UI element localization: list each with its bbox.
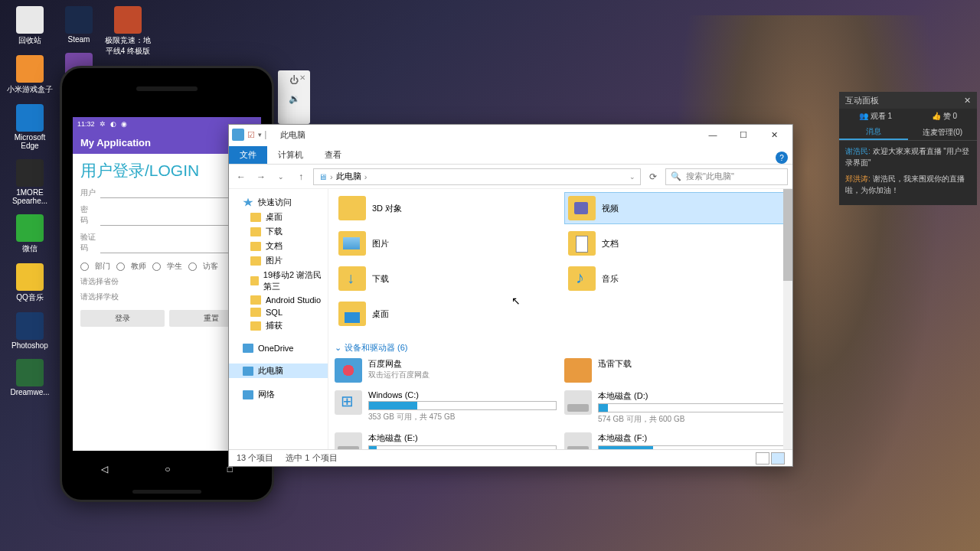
breadcrumb[interactable]: 🖥 › 此电脑 › ⌄: [313, 168, 641, 185]
explorer-window: ☑ ▾ │ 此电脑 — ☐ ✕ 文件 计算机 查看 ? ← → ⌄ ↑ 🖥 › …: [228, 124, 793, 467]
phone-time: 11:32: [77, 120, 95, 128]
desktop-icon[interactable]: Photoshop: [6, 312, 54, 350]
explorer-icon: [232, 129, 244, 141]
nav-item[interactable]: Android Studio: [229, 294, 328, 306]
nav-item[interactable]: 19移动2 谢浩民 第三: [229, 268, 328, 294]
navigation-pane: 快速访问桌面下载文档图片19移动2 谢浩民 第三Android StudioSQ…: [229, 189, 328, 449]
drive-item[interactable]: 本地磁盘 (D:)574 GB 可用，共 600 GB: [564, 390, 786, 425]
nav-item[interactable]: SQL: [229, 306, 328, 318]
crumb-dropdown-icon[interactable]: ⌄: [629, 173, 635, 181]
window-title: 此电脑: [280, 129, 305, 141]
live-panel: 互动面板 ✕ 👥 观看 1 👍 赞 0 消息 连麦管理(0) 谢浩民: 欢迎大家…: [839, 92, 977, 205]
tab-file[interactable]: 文件: [229, 146, 267, 164]
messages-list: 谢浩民: 欢迎大家来观看直播 "用户登录界面"郑洪涛: 谢浩民，我来围观你的直播…: [839, 141, 977, 205]
nav-item[interactable]: 图片: [229, 253, 328, 268]
app-item[interactable]: 迅雷下载: [564, 358, 786, 383]
emulator-toolbar: ✕ ⏻ 🔉: [278, 70, 310, 124]
desktop-icon[interactable]: 小米游戏盒子: [6, 55, 54, 95]
desktop-icon[interactable]: QQ音乐: [6, 263, 54, 303]
folder-item[interactable]: 视频: [564, 192, 786, 224]
radio[interactable]: [80, 262, 89, 271]
drive-item[interactable]: 本地磁盘 (E:)610 GB 可用，共 632 GB: [335, 432, 557, 449]
nav-item[interactable]: 文档: [229, 239, 328, 253]
desktop-icon[interactable]: 1MORE Spearhe...: [6, 159, 54, 205]
folder-item[interactable]: 桌面: [335, 298, 557, 330]
phone-speaker: [136, 86, 198, 91]
phone-chin: [132, 490, 201, 494]
drives-grid: 百度网盘双击运行百度网盘迅雷下载Windows (C:)353 GB 可用，共 …: [335, 358, 786, 449]
nav-item[interactable]: 下载: [229, 224, 328, 239]
radio[interactable]: [152, 262, 161, 271]
panel-title: 互动面板: [845, 95, 879, 106]
selection-count: 选中 1 个项目: [286, 452, 337, 464]
view-tiles-button[interactable]: [771, 452, 785, 465]
login-button[interactable]: 登录: [80, 310, 165, 327]
desktop-icon[interactable]: Steam: [55, 6, 103, 44]
nav-thispc[interactable]: 此电脑: [229, 364, 328, 378]
folder-item[interactable]: 下载: [335, 262, 557, 295]
folder-item[interactable]: 文档: [564, 227, 786, 259]
qat-dropdown-icon[interactable]: ▾ │: [258, 131, 268, 139]
content-pane: 3D 对象视频图片文档下载音乐桌面 ⌄ 设备和驱动器 (6) 百度网盘双击运行百…: [328, 189, 792, 449]
close-button[interactable]: ✕: [759, 126, 789, 144]
drive-item[interactable]: Windows (C:)353 GB 可用，共 475 GB: [335, 390, 557, 425]
desktop-icon[interactable]: Dreamwe...: [6, 359, 54, 396]
scrollbar[interactable]: [783, 189, 792, 449]
desktop-icons-col1: 回收站小米游戏盒子Microsoft Edge1MORE Spearhe...微…: [6, 6, 54, 396]
tab-view[interactable]: 查看: [314, 146, 352, 164]
desktop-icon[interactable]: Microsoft Edge: [6, 104, 54, 150]
qat-icon[interactable]: ☑: [247, 130, 255, 140]
folders-grid: 3D 对象视频图片文档下载音乐桌面: [335, 192, 786, 330]
up-button[interactable]: ↑: [293, 169, 309, 184]
minimize-button[interactable]: —: [697, 126, 728, 144]
app-item[interactable]: 百度网盘双击运行百度网盘: [335, 358, 557, 383]
desktop-icon[interactable]: 极限竞速：地平线4 终极版: [104, 6, 152, 57]
search-icon: 🔍: [671, 171, 681, 181]
radio[interactable]: [188, 262, 197, 271]
tab-connections[interactable]: 连麦管理(0): [908, 124, 977, 140]
folder-item[interactable]: 3D 对象: [335, 192, 557, 224]
address-bar: ← → ⌄ ↑ 🖥 › 此电脑 › ⌄ ⟳ 🔍 搜索"此电脑": [229, 165, 792, 189]
user-label: 用户: [80, 187, 100, 198]
panel-close-icon[interactable]: ✕: [964, 96, 971, 106]
chat-message: 郑洪涛: 谢浩民，我来围观你的直播啦，为你加油！: [845, 173, 971, 196]
folder-item[interactable]: 音乐: [564, 262, 786, 295]
nav-network[interactable]: 网络: [229, 387, 328, 402]
item-count: 13 个项目: [237, 452, 273, 464]
nav-quick-access[interactable]: 快速访问: [229, 195, 328, 210]
status-icon: ✲: [100, 120, 106, 128]
desktop-icon[interactable]: 微信: [6, 214, 54, 254]
volume-icon[interactable]: 🔉: [289, 93, 300, 104]
tab-messages[interactable]: 消息: [839, 124, 908, 140]
desktop-icon[interactable]: 回收站: [6, 6, 54, 46]
folder-item[interactable]: 图片: [335, 227, 557, 259]
code-input[interactable]: [100, 243, 243, 253]
search-box[interactable]: 🔍 搜索"此电脑": [665, 168, 788, 185]
home-icon[interactable]: ○: [165, 464, 170, 474]
view-details-button[interactable]: [756, 452, 769, 465]
power-icon[interactable]: ⏻: [289, 75, 299, 86]
help-icon[interactable]: ?: [776, 152, 788, 164]
radio[interactable]: [116, 262, 125, 271]
forward-button[interactable]: →: [253, 169, 269, 184]
chevron-down-icon: ⌄: [335, 343, 341, 353]
ribbon: 文件 计算机 查看 ?: [229, 145, 792, 165]
titlebar[interactable]: ☑ ▾ │ 此电脑 — ☐ ✕: [229, 125, 792, 145]
refresh-button[interactable]: ⟳: [645, 169, 661, 184]
nav-item[interactable]: 捕获: [229, 318, 328, 333]
back-icon[interactable]: ◁: [101, 464, 108, 474]
watching-count: 👥 观看 1: [859, 111, 892, 122]
pass-label: 密 码: [80, 204, 100, 226]
drive-item[interactable]: 本地磁盘 (F:)450 GB 可用，共 631 GB: [564, 432, 786, 449]
chat-message: 谢浩民: 欢迎大家来观看直播 "用户登录界面": [845, 145, 971, 168]
maximize-button[interactable]: ☐: [728, 126, 759, 144]
statusbar: 13 个项目 选中 1 个项目: [229, 449, 792, 466]
history-dropdown[interactable]: ⌄: [273, 169, 289, 184]
tab-computer[interactable]: 计算机: [267, 146, 314, 164]
desktop-icons-col3: 极限竞速：地平线4 终极版: [104, 6, 152, 57]
nav-onedrive[interactable]: OneDrive: [229, 342, 328, 354]
back-button[interactable]: ←: [234, 169, 249, 184]
section-header[interactable]: ⌄ 设备和驱动器 (6): [335, 342, 786, 354]
emulator-close-icon[interactable]: ✕: [299, 73, 305, 82]
nav-item[interactable]: 桌面: [229, 210, 328, 224]
